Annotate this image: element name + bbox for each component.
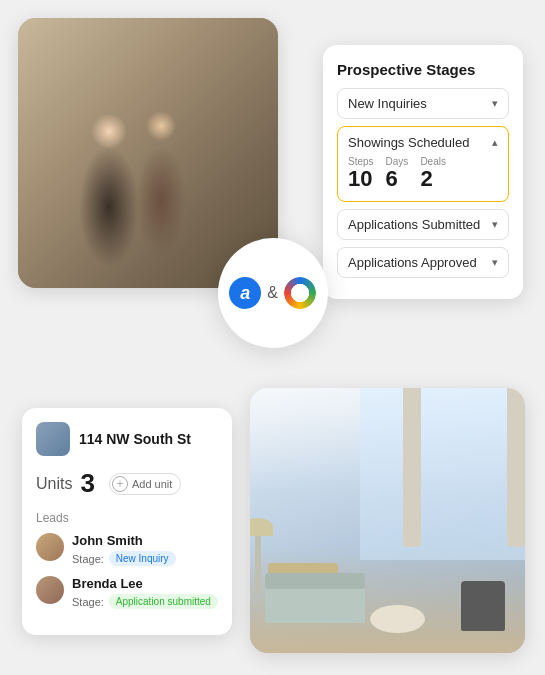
bottom-right-photo-card [250, 388, 525, 653]
avatar [36, 533, 64, 561]
lead-stage: Stage: Application submitted [72, 594, 218, 609]
lamp [255, 533, 261, 593]
property-header: 114 NW South St [36, 422, 218, 456]
lead-stage: Stage: New Inquiry [72, 551, 176, 566]
lead-name: Brenda Lee [72, 576, 218, 591]
units-label: Units [36, 475, 72, 493]
new-inquiries-label: New Inquiries [348, 96, 427, 111]
logo-circle-icon [284, 277, 316, 309]
property-card: 114 NW South St Units 3 + Add unit Leads… [22, 408, 232, 635]
property-thumbnail [36, 422, 70, 456]
room-photo [250, 388, 525, 653]
lead-name: John Smith [72, 533, 176, 548]
showings-label: Showings Scheduled [348, 135, 469, 150]
stage-prefix: Stage: [72, 596, 104, 608]
stages-card-title: Prospective Stages [337, 61, 509, 78]
steps-stat: Steps 10 [348, 156, 374, 191]
showings-scheduled-expanded[interactable]: Showings Scheduled ▴ Steps 10 Days 6 Dea… [337, 126, 509, 202]
sofa [265, 585, 365, 623]
units-row: Units 3 + Add unit [36, 468, 218, 499]
days-stat: Days 6 [386, 156, 409, 191]
property-address: 114 NW South St [79, 431, 191, 448]
stage-prefix: Stage: [72, 553, 104, 565]
chevron-up-icon: ▴ [492, 136, 498, 149]
deals-stat: Deals 2 [420, 156, 446, 191]
avatar [36, 576, 64, 604]
status-badge: Application submitted [109, 594, 218, 609]
status-badge: New Inquiry [109, 551, 176, 566]
center-logo-circle: a & [218, 238, 328, 348]
add-unit-button[interactable]: + Add unit [109, 473, 181, 495]
days-value: 6 [386, 167, 409, 191]
lead-item: John Smith Stage: New Inquiry [36, 533, 218, 566]
chevron-down-icon: ▾ [492, 256, 498, 269]
lead-info: John Smith Stage: New Inquiry [72, 533, 176, 566]
showings-stats: Steps 10 Days 6 Deals 2 [348, 156, 498, 191]
steps-value: 10 [348, 167, 374, 191]
property-photo [18, 18, 278, 288]
plus-icon: + [112, 476, 128, 492]
coffee-table [370, 605, 425, 633]
lead-item: Brenda Lee Stage: Application submitted [36, 576, 218, 609]
prospective-stages-card: Prospective Stages New Inquiries ▾ Showi… [323, 45, 523, 299]
ampersand-icon: & [267, 284, 278, 302]
chair [461, 581, 505, 631]
applications-submitted-label: Applications Submitted [348, 217, 480, 232]
add-unit-label: Add unit [132, 478, 172, 490]
lead-info: Brenda Lee Stage: Application submitted [72, 576, 218, 609]
chevron-down-icon: ▾ [492, 97, 498, 110]
top-left-photo-card [18, 18, 278, 288]
units-count: 3 [80, 468, 94, 499]
applications-submitted-dropdown[interactable]: Applications Submitted ▾ [337, 209, 509, 240]
chevron-down-icon: ▾ [492, 218, 498, 231]
leads-section-label: Leads [36, 511, 218, 525]
new-inquiries-dropdown[interactable]: New Inquiries ▾ [337, 88, 509, 119]
applications-approved-label: Applications Approved [348, 255, 477, 270]
deals-value: 2 [420, 167, 446, 191]
furniture-group [250, 507, 525, 653]
logo-a-icon: a [229, 277, 261, 309]
applications-approved-dropdown[interactable]: Applications Approved ▾ [337, 247, 509, 278]
